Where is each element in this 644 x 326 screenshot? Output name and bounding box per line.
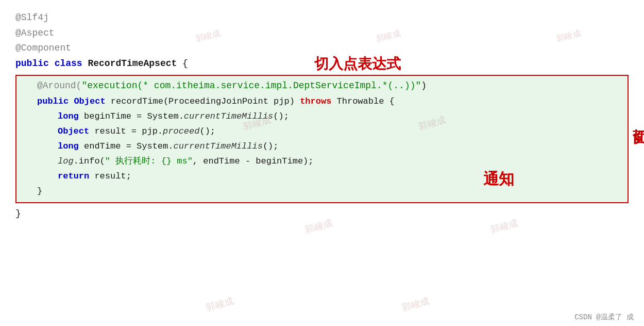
throws-keyword: throws <box>300 94 331 109</box>
watermark-bottom-2: 郭峻成 <box>401 295 431 314</box>
log-string: " 执行耗时: {} ms" <box>105 154 193 169</box>
throwable-name: Throwable { <box>337 94 395 109</box>
method-params: (ProceedingJoinPoint pjp) <box>163 94 300 109</box>
log-args: , endTime - beginTime); <box>193 154 314 169</box>
line-around: @Around("execution(* com.itheima.service… <box>16 76 628 95</box>
watermark-bottom-1: 郭峻成 <box>205 295 235 314</box>
line-begin-time: long beginTime = System. currentTimeMill… <box>16 109 628 124</box>
method-name: recordTime <box>111 94 163 109</box>
line-inner-close: } <box>16 184 628 199</box>
close-brace-outer: } <box>15 206 21 222</box>
annotation-around: @Around( <box>37 78 81 94</box>
code-block: @Slf4j @Aspect @Component public class R… <box>15 10 629 221</box>
keyword-return: return <box>58 169 89 184</box>
keyword-object-2: Object <box>58 124 89 139</box>
line-method-decl: public Object recordTime(ProceedingJoinP… <box>16 94 628 109</box>
line-slf4j: @Slf4j <box>15 10 629 26</box>
label-pointcut-expression: 切入点表达式 <box>314 52 401 76</box>
around-string: "execution(* com.itheima.service.impl.De… <box>81 78 421 94</box>
line-aspect-ann: @Aspect <box>15 26 629 41</box>
open-brace: { <box>182 56 188 72</box>
annotation-slf4j: @Slf4j <box>15 10 49 26</box>
annotation-component: @Component <box>15 41 71 56</box>
label-advice: 通知 <box>483 169 514 190</box>
keyword-public-method: public <box>37 94 69 109</box>
line-result: Object result = pjp. proceed (); <box>16 124 628 139</box>
method-currenttimemillis-1: currentTimeMillis <box>184 109 273 124</box>
method-proceed: proceed <box>163 124 199 139</box>
highlighted-block: @Around("execution(* com.itheima.service… <box>15 75 629 203</box>
method-currenttimemillis-2: currentTimeMillis <box>173 139 262 154</box>
line-end-time: long endTime = System. currentTimeMillis… <box>16 139 628 154</box>
keyword-long-2: long <box>58 139 79 154</box>
around-close: ) <box>421 78 427 94</box>
code-viewer: 郭峻成 郭峻成 郭峻成 @Slf4j @Aspect @Component pu… <box>0 0 644 326</box>
keyword-object: Object <box>74 94 105 109</box>
semicolon-3: (); <box>263 139 279 154</box>
line-log: log .info( " 执行耗时: {} ms" , endTime - be… <box>16 154 628 169</box>
line-class-decl: public class RecordTimeApsect { 切入点表达式 <box>15 56 629 72</box>
keyword-public: public <box>15 56 49 72</box>
label-aspect: 切面 <box>630 117 644 121</box>
log-variable: log <box>58 154 74 169</box>
class-name: RecordTimeApsect <box>88 56 177 72</box>
footer: CSDN @温柔了 成 <box>574 313 634 322</box>
keyword-long-1: long <box>58 109 79 124</box>
log-dot: .info( <box>74 154 105 169</box>
line-return: return result; <box>16 169 628 184</box>
annotation-aspect: @Aspect <box>15 26 55 41</box>
line-outer-close: } <box>15 203 629 222</box>
keyword-class: class <box>55 56 82 72</box>
close-brace-inner: } <box>37 184 42 199</box>
semicolon-2: (); <box>199 124 215 139</box>
semicolon-1: (); <box>273 109 289 124</box>
